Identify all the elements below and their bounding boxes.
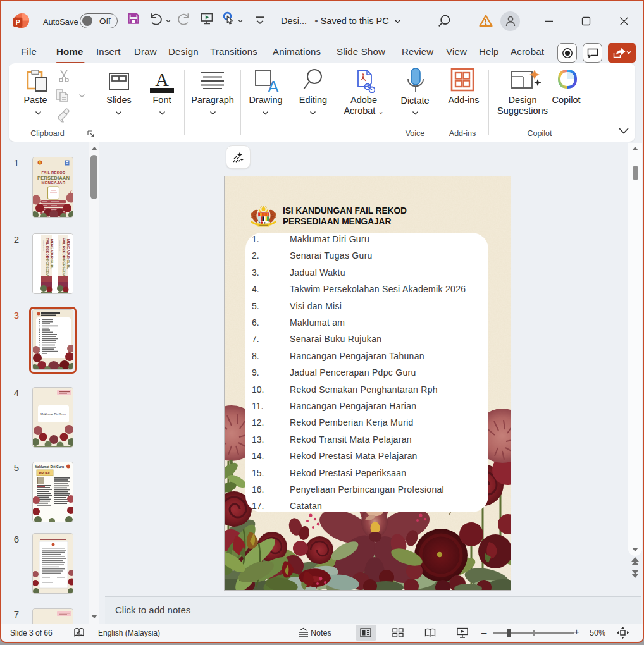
svg-text:MENGAJAR GURU: MENGAJAR GURU (66, 239, 70, 269)
svg-text:PROFIL: PROFIL (39, 471, 51, 475)
svg-text:A: A (155, 69, 169, 90)
svg-text:sekolah pendidikan: sekolah pendidikan (59, 240, 61, 251)
svg-text:FAIL REKOD PERSEDIAAN: FAIL REKOD PERSEDIAAN (62, 238, 66, 281)
svg-text:Maklumat Diri Guru: Maklumat Diri Guru (40, 413, 66, 416)
svg-text:MENGAJAR GURU: MENGAJAR GURU (50, 239, 54, 269)
svg-text:FAIL REKOD: FAIL REKOD (42, 171, 66, 175)
svg-text:FAIL REKOD PERSEDIAAN: FAIL REKOD PERSEDIAAN (46, 238, 49, 281)
svg-text:MENGAJAR: MENGAJAR (42, 180, 66, 185)
svg-text:A: A (268, 77, 279, 94)
svg-text:sekolah pendidikan: sekolah pendidikan (43, 240, 44, 251)
svg-text:P: P (16, 18, 20, 26)
svg-text:Maklumat Diri Guru: Maklumat Diri Guru (35, 465, 64, 469)
